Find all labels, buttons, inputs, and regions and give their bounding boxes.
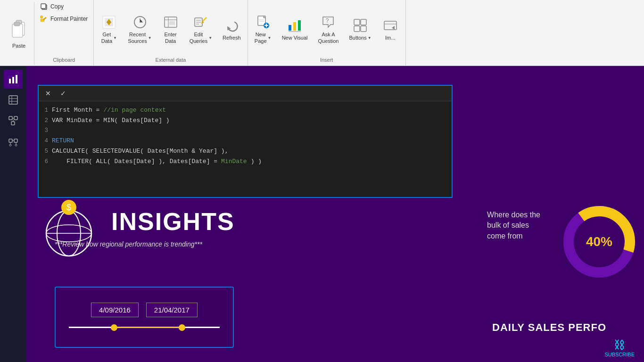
insights-title: INSIGHTS (111, 207, 235, 236)
clipboard-actions: Copy Format Painter Clipboard (38, 2, 90, 65)
ask-question-label: Ask AQuestion (318, 32, 339, 44)
svg-rect-50 (14, 139, 17, 142)
buttons-button[interactable]: Buttons ▼ (344, 15, 376, 43)
svg-text:?: ? (326, 17, 329, 24)
dna-icon: ⛓ (604, 338, 635, 352)
recent-sources-button[interactable]: RecentSources ▼ (123, 12, 156, 46)
code-line-2: 2 VAR MinDate = MIN( Dates[Date] ) (41, 115, 450, 126)
sidebar-item-ai[interactable] (4, 132, 23, 151)
edit-queries-arrow: ▼ (208, 36, 212, 40)
paste-button[interactable]: Paste (4, 2, 34, 65)
line-num-1: 1 (41, 106, 48, 115)
new-page-icon (255, 14, 272, 31)
date-slider[interactable] (69, 323, 220, 332)
edit-queries-label: EditQueries (190, 32, 208, 44)
sidebar-item-model[interactable] (4, 111, 23, 130)
clipboard-section-label: Clipboard (38, 57, 90, 65)
svg-rect-40 (9, 96, 17, 104)
svg-rect-3 (14, 22, 20, 26)
enter-data-icon (162, 14, 179, 31)
edit-queries-icon (192, 14, 209, 31)
new-visual-button[interactable]: New Visual (277, 15, 313, 43)
get-data-button[interactable]: GetData ▼ (96, 12, 122, 46)
format-painter-button[interactable]: Format Painter (38, 14, 90, 24)
line-num-5: 5 (41, 147, 48, 156)
svg-rect-5 (41, 4, 46, 8)
get-data-icon (100, 14, 117, 31)
get-data-label: GetData (101, 32, 112, 44)
code-editor[interactable]: ✕ ✓ 1 First Month = //in page context 2 … (38, 85, 453, 198)
refresh-label: Refresh (223, 35, 241, 41)
ask-question-icon: ? (320, 14, 337, 31)
donut-chart: 40% (559, 202, 639, 282)
close-editor-button[interactable]: ✕ (42, 88, 54, 99)
code-editor-toolbar: ✕ ✓ (39, 86, 452, 101)
external-data-label: External data (96, 57, 245, 65)
subscribe-label: SUBSCRIBE (604, 352, 635, 357)
code-line-6: 6 FILTER( ALL( Dates[Date] ), Dates[Date… (41, 156, 450, 167)
code-line-4: 4 RETURN (41, 136, 450, 146)
clipboard-section: Paste Copy Format Painter Clipboard (0, 0, 94, 66)
new-page-arrow: ▼ (268, 36, 272, 40)
slider-thumb-left[interactable] (111, 324, 117, 331)
date-boxes: 4/09/2016 21/04/2017 (91, 303, 198, 317)
format-painter-label: Format Painter (50, 16, 88, 22)
slider-thumb-right[interactable] (179, 324, 185, 331)
new-page-button[interactable]: NewPage ▼ (250, 12, 276, 46)
svg-point-7 (40, 16, 43, 18)
where-text: Where does the bulk of sales come from (487, 210, 540, 241)
globe-icon: $ (36, 193, 102, 259)
buttons-icon (352, 17, 369, 34)
main-content: ✕ ✓ 1 First Month = //in page context 2 … (26, 66, 644, 362)
svg-rect-34 (361, 26, 366, 32)
ask-question-button[interactable]: ? Ask AQuestion (313, 12, 343, 46)
refresh-button[interactable]: Refresh (218, 15, 246, 43)
where-line1: Where does the (487, 211, 540, 219)
copy-button[interactable]: Copy (38, 2, 90, 11)
line-num-4: 4 (41, 136, 48, 146)
copy-label: Copy (50, 3, 64, 10)
line-num-2: 2 (41, 116, 48, 125)
slider-track (69, 327, 220, 328)
code-body[interactable]: 1 First Month = //in page context 2 VAR … (39, 101, 452, 197)
svg-rect-38 (12, 77, 14, 83)
refresh-icon (223, 17, 240, 34)
subscribe-watermark: ⛓ SUBSCRIBE (604, 338, 635, 357)
recent-sources-icon (132, 14, 149, 31)
svg-rect-46 (11, 122, 15, 125)
svg-rect-49 (9, 139, 12, 142)
sidebar-item-report[interactable] (4, 70, 23, 89)
svg-rect-45 (14, 116, 17, 120)
line-num-6: 6 (41, 157, 48, 166)
edit-queries-button[interactable]: EditQueries ▼ (185, 12, 217, 46)
enter-data-label: EnterData (164, 32, 176, 44)
date-range-widget[interactable]: 4/09/2016 21/04/2017 (55, 287, 234, 348)
insert-section-label: Insert (250, 57, 404, 65)
svg-text:$: $ (66, 203, 71, 212)
donut-percent-label: 40% (586, 234, 612, 249)
svg-rect-32 (361, 19, 366, 25)
recent-sources-arrow: ▼ (148, 36, 152, 40)
date-to-box[interactable]: 21/04/2017 (146, 303, 198, 317)
sidebar-item-data[interactable] (4, 90, 23, 109)
get-data-arrow: ▼ (113, 36, 117, 40)
confirm-editor-button[interactable]: ✓ (58, 88, 69, 99)
paste-icon (9, 18, 28, 42)
code-line-1: 1 First Month = //in page context (41, 105, 450, 115)
insert-buttons: NewPage ▼ New Visual (250, 2, 404, 56)
enter-data-button[interactable]: EnterData (157, 12, 184, 46)
new-page-label: NewPage (255, 32, 267, 44)
paste-label: Paste (12, 43, 25, 49)
svg-rect-14 (169, 21, 175, 25)
where-line2: bulk of sales (487, 221, 529, 229)
svg-rect-26 (289, 25, 291, 31)
ribbon: Paste Copy Format Painter Clipboard (0, 0, 644, 66)
insert-section: NewPage ▼ New Visual (248, 0, 406, 66)
buttons-arrow: ▼ (368, 36, 372, 40)
extra-icon-button[interactable]: Im... (377, 15, 404, 43)
svg-rect-39 (16, 75, 17, 83)
svg-rect-44 (9, 116, 12, 120)
code-line-3: 3 (41, 126, 450, 135)
date-from-box[interactable]: 4/09/2016 (91, 303, 139, 317)
code-line-5: 5 CALCULATE( SELECTEDVALUE( Dates[Month … (41, 146, 450, 156)
